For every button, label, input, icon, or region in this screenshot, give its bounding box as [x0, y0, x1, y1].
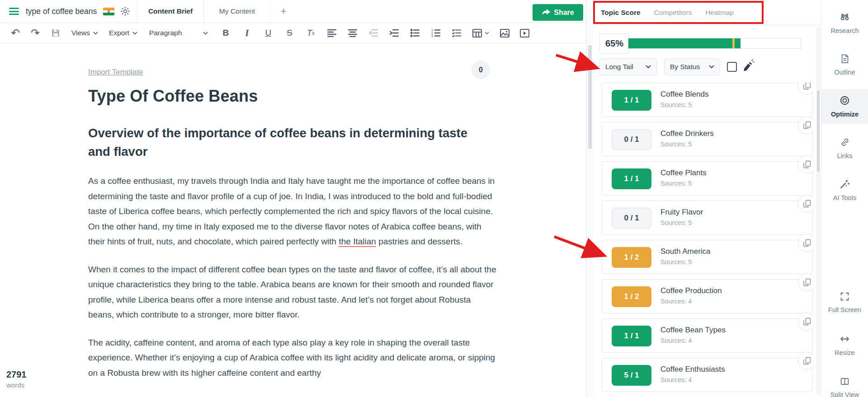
target-icon — [840, 95, 850, 107]
topic-type-dropdown[interactable]: Long Tail — [599, 58, 657, 75]
panel-tab-competitors[interactable]: Competitors — [654, 9, 692, 17]
topic-card[interactable]: 0 / 1 Coffee Drinkers Sources: 5 — [601, 122, 813, 156]
paragraph-style-dropdown[interactable]: Paragraph — [143, 25, 215, 41]
topic-list: 1 / 1 Coffee Blends Sources: 5 0 / 1 Cof… — [601, 83, 814, 397]
bullet-list-icon[interactable] — [405, 25, 425, 41]
topic-card[interactable]: 1 / 1 Coffee Blends Sources: 5 — [601, 83, 813, 117]
doc-paragraph-3[interactable]: The acidity, caffeine content, and aroma… — [88, 335, 497, 381]
highlighter-pen-icon[interactable] — [741, 59, 755, 73]
topic-card[interactable]: 1 / 1 Coffee Bean Types Sources: 4 — [601, 318, 813, 353]
doc-paragraph-2[interactable]: When it comes to the impact of different… — [88, 262, 497, 322]
comment-count-badge[interactable]: 0 — [472, 61, 490, 79]
topic-card[interactable]: 1 / 2 South America Sources: 5 — [601, 240, 813, 274]
sidebar-item-label: Resize — [835, 349, 854, 356]
indent-icon[interactable] — [384, 25, 405, 41]
settings-gear-icon[interactable] — [120, 6, 131, 17]
new-tab-button[interactable]: + — [271, 0, 296, 23]
share-button[interactable]: Share — [533, 4, 583, 21]
insert-table-dropdown[interactable] — [467, 25, 495, 41]
sidebar-item-resize[interactable]: Resize — [821, 327, 868, 362]
topic-title: Coffee Plants — [660, 168, 707, 177]
copy-topic-icon[interactable] — [798, 273, 814, 291]
share-arrow-icon — [542, 9, 550, 16]
topic-card[interactable]: 0 / 1 Fruity Flavor Sources: 5 — [601, 201, 813, 235]
copy-topic-icon[interactable] — [798, 116, 814, 134]
sidebar-item-label: Links — [837, 152, 853, 159]
menu-icon[interactable] — [9, 8, 19, 15]
strikethrough-button[interactable]: S — [279, 25, 300, 41]
sidebar-item-outline[interactable]: Outline — [821, 47, 868, 82]
topic-score-badge: 0 / 1 — [612, 208, 651, 229]
spellcheck-underline[interactable]: the Italian — [339, 237, 376, 247]
outdent-icon[interactable] — [363, 25, 384, 41]
copy-topic-icon[interactable] — [798, 83, 814, 95]
panel-tab-heatmap[interactable]: Heatmap — [705, 9, 734, 17]
underline-button[interactable]: U — [258, 25, 279, 41]
sidebar-item-links[interactable]: Links — [821, 131, 868, 165]
import-template-link[interactable]: Import Template — [88, 68, 143, 77]
optimize-panel: Topic ScoreCompetitorsHeatmap 65% Long T… — [593, 0, 821, 397]
topic-card[interactable]: 1 / 1 Coffee Plants Sources: 5 — [601, 161, 813, 196]
document-canvas[interactable]: Import Template 0 Type Of Coffee Beans O… — [0, 43, 586, 397]
redo-button[interactable]: ↷ — [25, 25, 45, 41]
copy-topic-icon[interactable] — [798, 195, 814, 213]
doc-heading2[interactable]: Overview of the importance of coffee bea… — [88, 124, 470, 161]
editor-scrollbar[interactable] — [586, 0, 593, 397]
resize-icon — [840, 334, 850, 346]
sidebar-item-research[interactable]: Research — [821, 5, 868, 40]
insert-video-icon[interactable] — [515, 25, 535, 41]
copy-topic-icon[interactable] — [798, 155, 814, 173]
topic-score-badge: 1 / 2 — [612, 247, 651, 268]
copy-topic-icon[interactable] — [798, 234, 814, 252]
save-icon[interactable] — [45, 25, 66, 41]
sidebar-item-label: Research — [830, 27, 859, 34]
doc-tab-content-brief[interactable]: Content Brief — [137, 0, 204, 23]
sidebar-item-full-screen[interactable]: Full Screen — [821, 285, 868, 319]
insert-image-icon[interactable] — [495, 25, 515, 41]
doc-heading1[interactable]: Type Of Coffee Beans — [88, 87, 520, 106]
undo-button[interactable]: ↶ — [5, 25, 25, 41]
topic-sources: Sources: 5 — [660, 180, 692, 187]
document-title[interactable]: type of coffee beans — [26, 7, 97, 16]
panel-tab-topic-score[interactable]: Topic Score — [601, 9, 641, 17]
topic-title: Fruity Flavor — [660, 208, 703, 217]
export-dropdown[interactable]: Export — [104, 25, 143, 41]
outline-doc-icon — [840, 54, 850, 65]
topic-sources: Sources: 4 — [660, 298, 692, 305]
progress-fill — [628, 38, 741, 48]
italic-button[interactable]: I — [236, 25, 258, 41]
checklist-icon[interactable] — [446, 25, 467, 41]
bold-button[interactable]: B — [215, 25, 236, 41]
align-left-icon[interactable] — [321, 25, 342, 41]
views-dropdown[interactable]: Views — [66, 25, 104, 41]
sort-by-dropdown[interactable]: By Status — [664, 58, 720, 75]
numbered-list-icon[interactable]: 123 — [425, 25, 446, 41]
topic-title: Coffee Blends — [660, 90, 708, 99]
word-count: 2791 words — [6, 369, 27, 389]
copy-topic-icon[interactable] — [798, 313, 814, 331]
sidebar-item-ai-tools[interactable]: AI Tools — [821, 173, 868, 207]
topic-card[interactable]: 1 / 2 Coffee Production Sources: 4 — [601, 279, 813, 313]
document-tabs: Content BriefMy Content+ — [137, 0, 296, 23]
sidebar-item-label: Optimize — [831, 111, 859, 118]
doc-tab-my-content[interactable]: My Content — [204, 0, 271, 23]
sidebar-item-split-view[interactable]: Split View — [821, 370, 868, 397]
align-center-icon[interactable] — [342, 25, 363, 41]
copy-topic-icon[interactable] — [798, 352, 814, 370]
svg-text:3: 3 — [431, 34, 433, 37]
formatting-toolbar: ↶ ↷ Views Export Paragraph B I U S Tx — [0, 23, 586, 43]
clear-formatting-button[interactable]: Tx — [300, 25, 321, 41]
topic-sources: Sources: 4 — [660, 337, 692, 344]
topic-card[interactable]: 5 / 1 Coffee Enthusiasts Sources: 4 — [601, 358, 813, 392]
chevron-down-icon — [485, 32, 489, 34]
doc-paragraph-1[interactable]: As a coffee enthusiast, my travels throu… — [88, 173, 497, 249]
highlight-checkbox[interactable] — [727, 62, 737, 72]
sidebar-item-optimize[interactable]: Optimize — [821, 89, 868, 124]
india-flag-icon — [103, 8, 114, 15]
link-icon — [840, 137, 850, 149]
topic-title: Coffee Drinkers — [660, 129, 714, 138]
panel-scrollbar[interactable] — [816, 27, 820, 395]
topic-score-badge: 5 / 1 — [612, 365, 651, 386]
topic-sources: Sources: 5 — [660, 101, 692, 108]
binoculars-icon — [840, 12, 850, 24]
